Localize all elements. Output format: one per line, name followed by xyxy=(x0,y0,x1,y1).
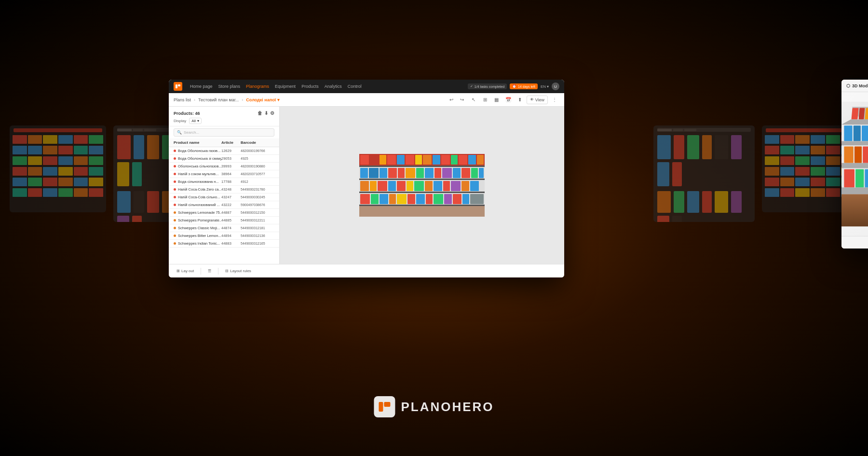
svg-rect-62 xyxy=(470,194,484,204)
svg-rect-38 xyxy=(388,181,396,191)
model-3d-svg xyxy=(841,92,868,236)
product-name-cell: Schweppes Pomegranate... xyxy=(174,218,221,222)
svg-rect-50 xyxy=(360,194,370,204)
table-row[interactable]: Schweppes Bitter Lemon... 44894 54490003… xyxy=(169,232,279,240)
breadcrumb-sep2: › xyxy=(242,97,243,102)
breadcrumb-store[interactable]: Тестовий план маг... xyxy=(198,97,239,102)
product-name-text: Вода сільногазована н... xyxy=(178,180,219,184)
svg-rect-32 xyxy=(479,168,484,178)
product-name-cell: Schweppes Bitter Lemon... xyxy=(174,234,221,238)
svg-rect-35 xyxy=(360,181,369,191)
svg-marker-114 xyxy=(841,163,868,168)
svg-rect-21 xyxy=(380,168,387,178)
svg-rect-42 xyxy=(425,181,433,191)
table-row[interactable]: Вода сільногазована н... 17788 4912 xyxy=(169,178,279,186)
table-row[interactable]: Напій Coca-Cola Zero са... 43248 5449000… xyxy=(169,186,279,193)
product-barcode-cell: 4820000199766 xyxy=(241,149,274,152)
download-icon[interactable]: ⬇ xyxy=(264,111,268,116)
svg-rect-68 xyxy=(859,108,865,120)
top-nav: Home page Store plans Planograms Equipme… xyxy=(169,80,564,93)
nav-analytics[interactable]: Analytics xyxy=(325,84,342,89)
product-barcode-cell: 5449000312181 xyxy=(241,226,274,230)
grid-tool-button[interactable]: ⊞ xyxy=(480,95,490,105)
table-row[interactable]: Напій Coca-Cola сільно... 43247 54490000… xyxy=(169,193,279,201)
product-article-cell: 43222 xyxy=(221,203,241,207)
svg-rect-6 xyxy=(387,155,396,165)
product-name-cell: Schweppes Classic Moji... xyxy=(174,226,221,230)
model-toolbar: ⊡ ⧉ ⊞ − + 100 % xyxy=(841,236,868,249)
redo-button[interactable]: ↪ xyxy=(457,95,467,105)
undo-button[interactable]: ↩ xyxy=(447,95,456,105)
svg-rect-59 xyxy=(444,194,452,204)
nav-planograms[interactable]: Planograms xyxy=(246,84,269,89)
layout-rules-button[interactable]: ⊟ Layout rules xyxy=(222,268,254,274)
products-count-label: Products: 46 xyxy=(174,111,200,116)
days-badge[interactable]: ⏰ 14 days left xyxy=(510,83,538,89)
table-row[interactable]: Schweppes Classic Moji... 44874 54490003… xyxy=(169,224,279,232)
user-avatar[interactable]: U xyxy=(552,83,559,90)
display-select[interactable]: All ▾ xyxy=(189,118,202,124)
svg-rect-130 xyxy=(384,402,390,407)
table-row[interactable]: Schweppes Pomegranate... 44885 544900031… xyxy=(169,217,279,224)
layout-button[interactable]: ⊞ Lay out xyxy=(174,268,197,274)
product-barcode-cell: 5449000030245 xyxy=(241,195,274,199)
product-name-text: Schweppes Pomegranate... xyxy=(178,218,221,222)
table-row[interactable]: Вода Оболонська газов... 12629 482000019… xyxy=(169,147,279,155)
table-tool-button[interactable]: ▦ xyxy=(492,95,502,105)
share-tool-button[interactable]: ⬆ xyxy=(515,95,525,105)
product-article-cell: 44883 xyxy=(221,241,241,246)
planogram-svg xyxy=(359,154,485,217)
pointer-tool-button[interactable]: ↖ xyxy=(469,95,478,105)
nav-products[interactable]: Products xyxy=(301,84,319,89)
model-3d-icon: ⬡ xyxy=(846,83,850,88)
svg-rect-101 xyxy=(854,146,862,163)
app-logo[interactable] xyxy=(174,82,182,91)
table-row[interactable]: Вода Оболонська зі смаку... 29053 4925 xyxy=(169,155,279,163)
product-article-cell: 43248 xyxy=(221,187,241,192)
svg-rect-37 xyxy=(378,181,387,191)
svg-rect-19 xyxy=(360,168,368,178)
svg-rect-61 xyxy=(462,194,469,204)
tasks-badge[interactable]: ✓ 1/4 tasks completed xyxy=(468,83,507,89)
table-row[interactable]: Напій з соком мультив... 38964 482020371… xyxy=(169,170,279,178)
table-row[interactable]: Schweppes Lemonade 75... 44887 544900031… xyxy=(169,209,279,217)
svg-rect-116 xyxy=(855,169,864,188)
nav-home[interactable]: Home page xyxy=(190,84,213,89)
nav-control[interactable]: Control xyxy=(348,84,362,89)
display-dropdown-icon: ▾ xyxy=(197,119,199,123)
delete-icon[interactable]: 🗑 xyxy=(258,111,262,116)
table-row[interactable]: Оболонська сільногазов... 39993 48200001… xyxy=(169,163,279,170)
table-row[interactable]: Напій сільногазований ... 43222 59004970… xyxy=(169,201,279,209)
lang-selector[interactable]: EN ▾ xyxy=(541,84,549,89)
col-product-name: Product name xyxy=(174,140,221,145)
nav-equipment[interactable]: Equipment xyxy=(275,84,296,89)
layout-icon: ⊞ xyxy=(176,269,180,273)
svg-rect-60 xyxy=(453,194,461,204)
calendar-tool-button[interactable]: 📅 xyxy=(503,95,513,105)
nav-right: ✓ 1/4 tasks completed ⏰ 14 days left EN … xyxy=(468,83,559,90)
product-article-cell: 44887 xyxy=(221,210,241,215)
search-box[interactable]: 🔍 Search... xyxy=(174,128,274,137)
breadcrumb-plans-list[interactable]: Plans list xyxy=(174,97,191,102)
table-row[interactable]: Schweppes Indian Tonic... 44883 54490003… xyxy=(169,240,279,248)
more-options-button[interactable]: ⋮ xyxy=(550,95,559,105)
list-view-button[interactable]: ☰ xyxy=(205,268,214,274)
svg-rect-67 xyxy=(851,108,858,120)
product-name-text: Напій з соком мультив... xyxy=(178,172,218,176)
product-barcode-cell: 4820203710577 xyxy=(241,172,274,176)
product-color-dot xyxy=(174,165,176,167)
products-count-row: Products: 46 🗑 ⬇ ⚙ xyxy=(174,111,274,116)
nav-store-plans[interactable]: Store plans xyxy=(218,84,241,89)
product-barcode-cell: 5449000312150 xyxy=(241,211,274,214)
model-3d-panel: ⬡ 3D Model × xyxy=(841,80,868,249)
svg-rect-46 xyxy=(461,181,469,191)
product-name-cell: Напій сільногазований ... xyxy=(174,203,221,207)
view-button[interactable]: 👁 Lay out View xyxy=(527,96,548,104)
svg-rect-52 xyxy=(380,194,388,204)
breadcrumb-planogram[interactable]: Солодкі напої ▾ xyxy=(246,97,280,102)
product-barcode-cell: 4820000190880 xyxy=(241,165,274,168)
settings-icon[interactable]: ⚙ xyxy=(270,111,274,116)
svg-rect-33 xyxy=(359,179,485,180)
svg-rect-36 xyxy=(370,181,377,191)
center-planogram-area[interactable] xyxy=(280,107,564,264)
